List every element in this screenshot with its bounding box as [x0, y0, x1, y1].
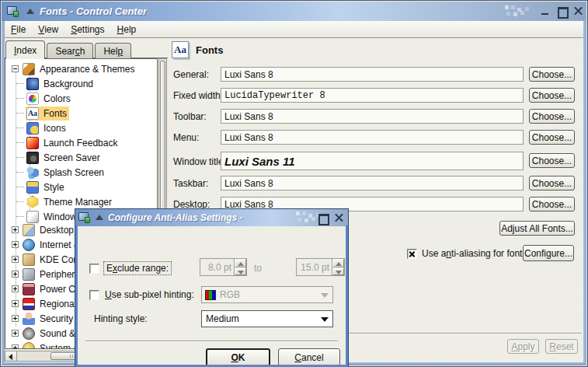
- menu-file[interactable]: File: [5, 22, 32, 37]
- sidebar-item-style[interactable]: Style: [16, 180, 67, 194]
- sidebar-item-security[interactable]: Security &: [12, 311, 85, 326]
- anti-aliasing-checkbox[interactable]: [407, 249, 417, 259]
- window-decorations-icon: [26, 211, 39, 223]
- spin-up-icon: [235, 259, 246, 267]
- app-icon: [7, 6, 19, 17]
- close-button[interactable]: [572, 5, 585, 18]
- kde-components-icon: [23, 253, 35, 266]
- apply-button: Apply: [507, 339, 539, 354]
- dialog-shade-button[interactable]: [95, 214, 104, 222]
- window-title: Fonts - Control Center: [40, 5, 147, 17]
- peripherals-icon: [23, 268, 35, 281]
- menu-help[interactable]: Help: [111, 22, 143, 37]
- sidebar-item-icons[interactable]: Icons: [16, 121, 68, 135]
- sidebar-item-sound[interactable]: Sound &: [12, 326, 78, 341]
- titlebar[interactable]: Fonts - Control Center: [2, 2, 586, 21]
- sidebar-item-power-control[interactable]: Power Co: [12, 281, 83, 296]
- expander-plus-icon[interactable]: [12, 271, 19, 278]
- expander-plus-icon[interactable]: [12, 285, 19, 292]
- sidebar-item-splash-screen[interactable]: Splash Screen: [16, 165, 106, 180]
- window-title-font-field: Luxi Sans 11: [221, 152, 524, 170]
- menu-settings[interactable]: Settings: [64, 22, 110, 37]
- sidebar-item-colors[interactable]: Colors: [16, 91, 73, 106]
- taskbar-label: Taskbar:: [173, 178, 208, 189]
- sidebar-item-desktop[interactable]: Desktop: [12, 222, 76, 237]
- exclude-range-checkbox[interactable]: [89, 264, 99, 274]
- choose-menu-button[interactable]: Choose...: [529, 130, 575, 145]
- maximize-button[interactable]: [555, 5, 569, 18]
- fonts-header-icon: Aa: [172, 41, 189, 58]
- hinting-style-combo[interactable]: Medium: [201, 310, 333, 327]
- dialog-titlebar-mosaic-decoration: [293, 210, 315, 225]
- sidebar-item-background[interactable]: Background: [16, 76, 96, 91]
- choose-toolbar-button[interactable]: Choose...: [529, 109, 575, 124]
- expander-plus-icon[interactable]: [12, 256, 19, 263]
- fixed-width-label: Fixed width:: [173, 90, 223, 101]
- sidebar-item-screen-saver[interactable]: Screen Saver: [16, 150, 103, 165]
- sub-pixel-hinting-checkbox[interactable]: [89, 290, 99, 300]
- sidebar-item-internet-network[interactable]: Internet &: [12, 237, 82, 252]
- sidebar-item-regional[interactable]: Regional: [12, 296, 78, 311]
- sidebar-item-fonts[interactable]: Aa Fonts: [16, 106, 69, 121]
- security-icon: [23, 313, 35, 325]
- dialog-separator: [85, 341, 338, 341]
- scroll-left-arrow-icon[interactable]: [5, 351, 17, 361]
- exclude-to-spinbox: 15.0 pt: [296, 258, 345, 276]
- menubar: File View Settings Help: [5, 21, 583, 38]
- expander-plus-icon[interactable]: [12, 315, 19, 322]
- titlebar-mosaic-decoration: [502, 4, 538, 19]
- choose-fixed-width-button[interactable]: Choose...: [529, 88, 575, 103]
- choose-desktop-button[interactable]: Choose...: [529, 197, 575, 211]
- tab-search[interactable]: Search: [47, 43, 93, 58]
- configure-anti-alias-dialog: Configure Anti-Alias Settings - Control …: [75, 208, 349, 367]
- minimize-button[interactable]: [539, 5, 552, 18]
- exclude-range-label: Exclude range:: [103, 261, 172, 275]
- choose-general-button[interactable]: Choose...: [529, 67, 575, 82]
- expander-plus-icon[interactable]: [12, 300, 19, 307]
- exclude-from-value: 8.0 pt: [200, 259, 234, 275]
- sound-icon: [23, 327, 35, 340]
- dialog-maximize-button[interactable]: [316, 211, 329, 225]
- spin-down-icon: [235, 267, 246, 276]
- taskbar-font-field: Luxi Sans 8: [221, 176, 524, 190]
- choose-taskbar-button[interactable]: Choose...: [529, 176, 575, 190]
- sub-pixel-type-value: RGB: [220, 289, 320, 300]
- control-center-window: Fonts - Control Center File View Setting…: [0, 0, 588, 367]
- dialog-close-button[interactable]: [332, 211, 346, 225]
- sidebar-item-launch-feedback[interactable]: Launch Feedback: [16, 135, 120, 150]
- sidebar-item-system-administration[interactable]: System A: [12, 341, 82, 349]
- expander-minus-icon[interactable]: [12, 65, 19, 72]
- configure-anti-alias-button[interactable]: Configure...: [523, 245, 574, 261]
- expander-plus-icon[interactable]: [12, 344, 19, 349]
- window-title-label: Window title:: [173, 156, 226, 167]
- choose-window-title-button[interactable]: Choose...: [529, 153, 575, 168]
- colors-icon: [26, 93, 39, 105]
- tab-help[interactable]: Help: [95, 43, 131, 58]
- sidebar-item-kde-components[interactable]: KDE Com: [12, 252, 83, 267]
- window-frame-right: [583, 21, 586, 365]
- dialog-titlebar[interactable]: Configure Anti-Alias Settings - Control: [75, 209, 348, 226]
- expander-plus-icon[interactable]: [12, 241, 19, 248]
- expander-plus-icon[interactable]: [12, 330, 19, 337]
- sidebar-item-peripherals[interactable]: Periphera: [12, 267, 82, 281]
- expander-plus-icon[interactable]: [12, 226, 19, 233]
- to-label: to: [254, 263, 262, 274]
- sidebar-tabs: Index Search Help: [5, 40, 133, 58]
- ok-button[interactable]: OK: [206, 348, 270, 367]
- style-icon: [26, 181, 39, 194]
- shade-button[interactable]: [26, 8, 35, 16]
- sub-pixel-hinting-label: Use sub-pixel hinting:: [105, 289, 194, 300]
- appearance-themes-icon: [23, 63, 35, 75]
- general-font-field: Luxi Sans 8: [221, 67, 524, 82]
- theme-manager-icon: [26, 196, 39, 208]
- menu-font-field: Luxi Sans 8: [221, 130, 524, 145]
- toolbar-font-field: Luxi Sans 8: [221, 109, 524, 124]
- internet-icon: [23, 239, 35, 251]
- sidebar-item-appearance-themes[interactable]: Appearance & Themes: [12, 61, 137, 76]
- cancel-button[interactable]: Cancel: [278, 348, 340, 367]
- tab-index[interactable]: Index: [5, 40, 45, 58]
- menu-view[interactable]: View: [32, 22, 64, 37]
- adjust-all-fonts-button[interactable]: Adjust All Fonts...: [499, 221, 575, 236]
- sidebar-item-theme-manager[interactable]: Theme Manager: [16, 194, 114, 209]
- hinting-style-value: Medium: [206, 313, 320, 324]
